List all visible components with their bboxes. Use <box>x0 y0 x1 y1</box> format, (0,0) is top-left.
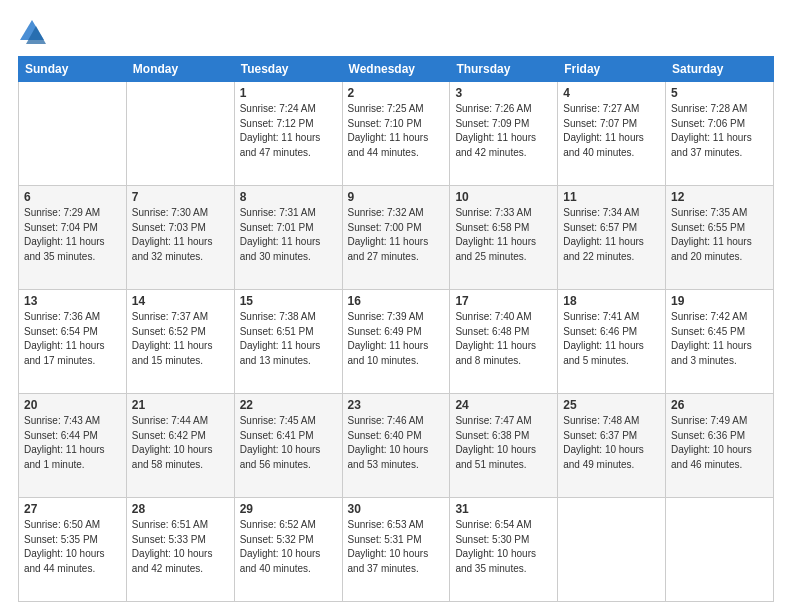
calendar-day-23: 23Sunrise: 7:46 AMSunset: 6:40 PMDayligh… <box>342 394 450 498</box>
day-info: Sunrise: 7:28 AMSunset: 7:06 PMDaylight:… <box>671 102 768 160</box>
day-number: 10 <box>455 190 552 204</box>
day-info: Sunrise: 7:47 AMSunset: 6:38 PMDaylight:… <box>455 414 552 472</box>
calendar-day-27: 27Sunrise: 6:50 AMSunset: 5:35 PMDayligh… <box>19 498 127 602</box>
day-number: 12 <box>671 190 768 204</box>
calendar-day-21: 21Sunrise: 7:44 AMSunset: 6:42 PMDayligh… <box>126 394 234 498</box>
logo <box>18 18 50 46</box>
calendar-day-5: 5Sunrise: 7:28 AMSunset: 7:06 PMDaylight… <box>666 82 774 186</box>
day-number: 19 <box>671 294 768 308</box>
calendar-day-17: 17Sunrise: 7:40 AMSunset: 6:48 PMDayligh… <box>450 290 558 394</box>
calendar-day-25: 25Sunrise: 7:48 AMSunset: 6:37 PMDayligh… <box>558 394 666 498</box>
day-number: 15 <box>240 294 337 308</box>
day-info: Sunrise: 6:53 AMSunset: 5:31 PMDaylight:… <box>348 518 445 576</box>
calendar-header-row: SundayMondayTuesdayWednesdayThursdayFrid… <box>19 57 774 82</box>
calendar-empty <box>666 498 774 602</box>
day-info: Sunrise: 7:42 AMSunset: 6:45 PMDaylight:… <box>671 310 768 368</box>
calendar-day-20: 20Sunrise: 7:43 AMSunset: 6:44 PMDayligh… <box>19 394 127 498</box>
calendar-day-12: 12Sunrise: 7:35 AMSunset: 6:55 PMDayligh… <box>666 186 774 290</box>
day-info: Sunrise: 7:37 AMSunset: 6:52 PMDaylight:… <box>132 310 229 368</box>
calendar-empty <box>19 82 127 186</box>
day-info: Sunrise: 7:39 AMSunset: 6:49 PMDaylight:… <box>348 310 445 368</box>
day-info: Sunrise: 7:49 AMSunset: 6:36 PMDaylight:… <box>671 414 768 472</box>
day-number: 13 <box>24 294 121 308</box>
header-wednesday: Wednesday <box>342 57 450 82</box>
page: SundayMondayTuesdayWednesdayThursdayFrid… <box>0 0 792 612</box>
calendar-day-8: 8Sunrise: 7:31 AMSunset: 7:01 PMDaylight… <box>234 186 342 290</box>
day-number: 20 <box>24 398 121 412</box>
calendar-day-2: 2Sunrise: 7:25 AMSunset: 7:10 PMDaylight… <box>342 82 450 186</box>
day-info: Sunrise: 7:44 AMSunset: 6:42 PMDaylight:… <box>132 414 229 472</box>
day-number: 29 <box>240 502 337 516</box>
day-number: 5 <box>671 86 768 100</box>
calendar-day-3: 3Sunrise: 7:26 AMSunset: 7:09 PMDaylight… <box>450 82 558 186</box>
calendar-day-16: 16Sunrise: 7:39 AMSunset: 6:49 PMDayligh… <box>342 290 450 394</box>
day-info: Sunrise: 7:25 AMSunset: 7:10 PMDaylight:… <box>348 102 445 160</box>
calendar-day-9: 9Sunrise: 7:32 AMSunset: 7:00 PMDaylight… <box>342 186 450 290</box>
day-info: Sunrise: 6:51 AMSunset: 5:33 PMDaylight:… <box>132 518 229 576</box>
day-number: 24 <box>455 398 552 412</box>
day-info: Sunrise: 7:48 AMSunset: 6:37 PMDaylight:… <box>563 414 660 472</box>
calendar-week-row: 6Sunrise: 7:29 AMSunset: 7:04 PMDaylight… <box>19 186 774 290</box>
calendar-week-row: 27Sunrise: 6:50 AMSunset: 5:35 PMDayligh… <box>19 498 774 602</box>
calendar-day-19: 19Sunrise: 7:42 AMSunset: 6:45 PMDayligh… <box>666 290 774 394</box>
day-info: Sunrise: 7:36 AMSunset: 6:54 PMDaylight:… <box>24 310 121 368</box>
day-number: 8 <box>240 190 337 204</box>
calendar-week-row: 1Sunrise: 7:24 AMSunset: 7:12 PMDaylight… <box>19 82 774 186</box>
calendar-day-28: 28Sunrise: 6:51 AMSunset: 5:33 PMDayligh… <box>126 498 234 602</box>
day-number: 28 <box>132 502 229 516</box>
day-info: Sunrise: 6:52 AMSunset: 5:32 PMDaylight:… <box>240 518 337 576</box>
day-info: Sunrise: 7:27 AMSunset: 7:07 PMDaylight:… <box>563 102 660 160</box>
calendar-empty <box>558 498 666 602</box>
logo-icon <box>18 18 46 46</box>
day-info: Sunrise: 6:50 AMSunset: 5:35 PMDaylight:… <box>24 518 121 576</box>
calendar-day-26: 26Sunrise: 7:49 AMSunset: 6:36 PMDayligh… <box>666 394 774 498</box>
calendar-day-24: 24Sunrise: 7:47 AMSunset: 6:38 PMDayligh… <box>450 394 558 498</box>
day-number: 11 <box>563 190 660 204</box>
calendar-day-18: 18Sunrise: 7:41 AMSunset: 6:46 PMDayligh… <box>558 290 666 394</box>
day-info: Sunrise: 7:31 AMSunset: 7:01 PMDaylight:… <box>240 206 337 264</box>
day-number: 22 <box>240 398 337 412</box>
header-monday: Monday <box>126 57 234 82</box>
header-sunday: Sunday <box>19 57 127 82</box>
day-info: Sunrise: 7:41 AMSunset: 6:46 PMDaylight:… <box>563 310 660 368</box>
calendar-empty <box>126 82 234 186</box>
day-info: Sunrise: 7:24 AMSunset: 7:12 PMDaylight:… <box>240 102 337 160</box>
day-info: Sunrise: 7:45 AMSunset: 6:41 PMDaylight:… <box>240 414 337 472</box>
day-info: Sunrise: 7:38 AMSunset: 6:51 PMDaylight:… <box>240 310 337 368</box>
day-number: 31 <box>455 502 552 516</box>
day-info: Sunrise: 7:30 AMSunset: 7:03 PMDaylight:… <box>132 206 229 264</box>
day-number: 2 <box>348 86 445 100</box>
day-info: Sunrise: 7:35 AMSunset: 6:55 PMDaylight:… <box>671 206 768 264</box>
day-number: 1 <box>240 86 337 100</box>
day-info: Sunrise: 7:26 AMSunset: 7:09 PMDaylight:… <box>455 102 552 160</box>
header <box>18 18 774 46</box>
day-number: 16 <box>348 294 445 308</box>
day-number: 6 <box>24 190 121 204</box>
day-number: 4 <box>563 86 660 100</box>
day-number: 21 <box>132 398 229 412</box>
header-saturday: Saturday <box>666 57 774 82</box>
day-number: 26 <box>671 398 768 412</box>
day-info: Sunrise: 7:29 AMSunset: 7:04 PMDaylight:… <box>24 206 121 264</box>
header-tuesday: Tuesday <box>234 57 342 82</box>
calendar-day-4: 4Sunrise: 7:27 AMSunset: 7:07 PMDaylight… <box>558 82 666 186</box>
calendar-day-29: 29Sunrise: 6:52 AMSunset: 5:32 PMDayligh… <box>234 498 342 602</box>
day-number: 18 <box>563 294 660 308</box>
calendar-table: SundayMondayTuesdayWednesdayThursdayFrid… <box>18 56 774 602</box>
day-info: Sunrise: 7:34 AMSunset: 6:57 PMDaylight:… <box>563 206 660 264</box>
day-info: Sunrise: 7:43 AMSunset: 6:44 PMDaylight:… <box>24 414 121 472</box>
day-number: 17 <box>455 294 552 308</box>
day-number: 25 <box>563 398 660 412</box>
day-info: Sunrise: 7:32 AMSunset: 7:00 PMDaylight:… <box>348 206 445 264</box>
calendar-day-1: 1Sunrise: 7:24 AMSunset: 7:12 PMDaylight… <box>234 82 342 186</box>
header-friday: Friday <box>558 57 666 82</box>
calendar-week-row: 20Sunrise: 7:43 AMSunset: 6:44 PMDayligh… <box>19 394 774 498</box>
calendar-day-30: 30Sunrise: 6:53 AMSunset: 5:31 PMDayligh… <box>342 498 450 602</box>
calendar-day-15: 15Sunrise: 7:38 AMSunset: 6:51 PMDayligh… <box>234 290 342 394</box>
day-number: 14 <box>132 294 229 308</box>
calendar-day-14: 14Sunrise: 7:37 AMSunset: 6:52 PMDayligh… <box>126 290 234 394</box>
calendar-day-22: 22Sunrise: 7:45 AMSunset: 6:41 PMDayligh… <box>234 394 342 498</box>
calendar-day-7: 7Sunrise: 7:30 AMSunset: 7:03 PMDaylight… <box>126 186 234 290</box>
day-number: 7 <box>132 190 229 204</box>
day-number: 9 <box>348 190 445 204</box>
